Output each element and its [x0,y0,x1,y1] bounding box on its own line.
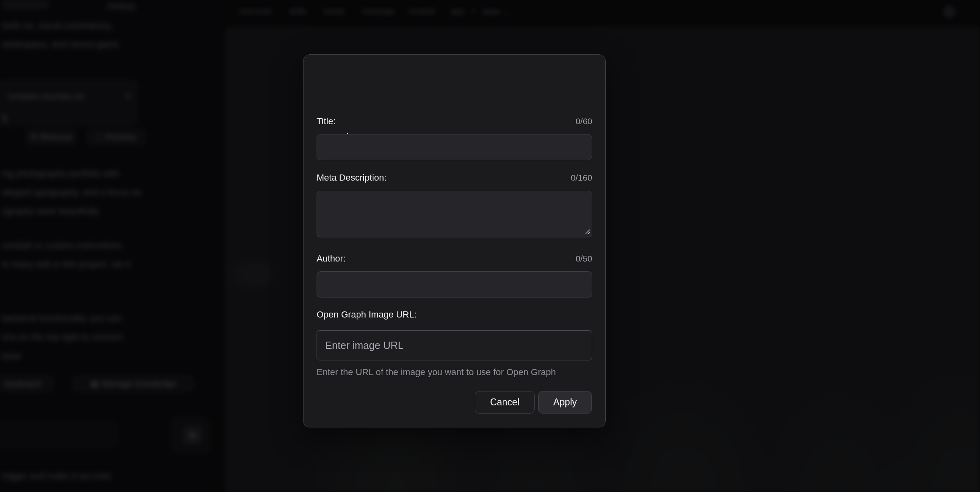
settings-dialog: Settings Title: 0/60 Meta Description: 0… [303,54,606,427]
title-label: Title: [317,116,336,127]
author-input[interactable] [317,271,592,297]
author-label-row: Author: 0/50 [317,253,592,264]
apply-button[interactable]: Apply [538,391,592,414]
og-image-helper-text: Enter the URL of the image you want to u… [317,367,556,378]
og-image-label-row: Open Graph Image URL: [317,309,592,320]
og-image-url-label: Open Graph Image URL: [317,309,417,320]
dialog-button-row: Cancel Apply [475,391,592,414]
meta-description-textarea[interactable] [317,191,592,237]
author-counter: 0/50 [575,254,592,264]
title-counter: 0/60 [575,116,592,126]
title-input[interactable] [317,134,592,160]
meta-description-label-row: Meta Description: 0/160 [317,172,592,183]
title-label-row: Title: 0/60 [317,116,592,127]
meta-description-label: Meta Description: [317,172,387,183]
og-image-url-input[interactable] [317,330,592,360]
author-label: Author: [317,253,346,264]
cancel-button[interactable]: Cancel [475,391,535,414]
resize-handle-icon[interactable] [583,227,591,235]
meta-description-counter: 0/160 [571,173,592,183]
